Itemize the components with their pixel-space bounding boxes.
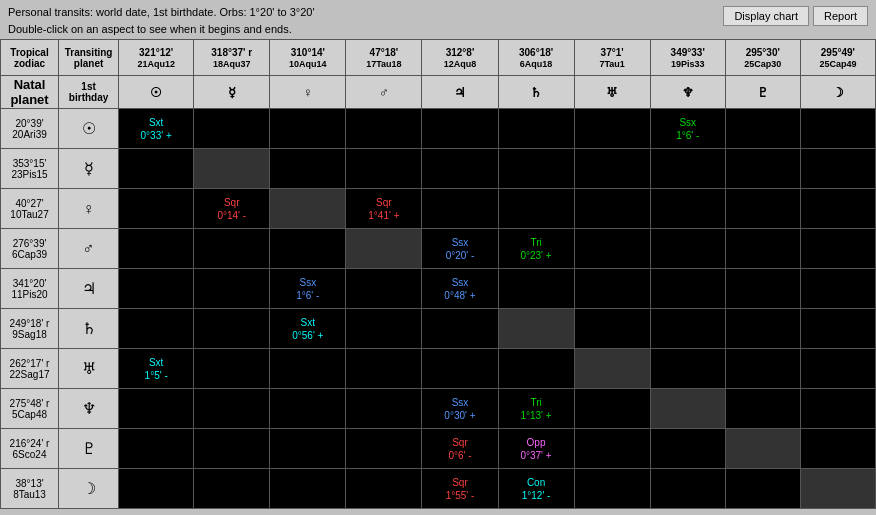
empty-cell-r1-c4 — [422, 149, 498, 189]
aspect-cell-r7-c5[interactable]: Tri1°13' + — [498, 389, 574, 429]
empty-cell-r8-c7 — [650, 429, 725, 469]
aspect-cell-r3-c5[interactable]: Tri0°23' + — [498, 229, 574, 269]
natal-symbol-6: ♅ — [59, 349, 119, 389]
aspect-cell-r6-c0[interactable]: Sxt1°5' - — [119, 349, 194, 389]
table-row: 353°15'23Pis15☿ — [1, 149, 876, 189]
aspect-cell-r8-c5[interactable]: Opp0°37' + — [498, 429, 574, 469]
empty-cell-r5-c3 — [346, 309, 422, 349]
empty-cell-r3-c9 — [800, 229, 875, 269]
empty-cell-r0-c2 — [270, 109, 346, 149]
aspect-cell-r7-c4[interactable]: Ssx0°30' + — [422, 389, 498, 429]
empty-cell-r2-c0 — [119, 189, 194, 229]
empty-cell-r1-c8 — [725, 149, 800, 189]
aspect-cell-r0-c0[interactable]: Sxt0°33' + — [119, 109, 194, 149]
empty-cell-r8-c1 — [194, 429, 270, 469]
col-header-9: 295°49'25Cap49 — [800, 40, 875, 76]
aspect-cell-r4-c4[interactable]: Ssx0°48' + — [422, 269, 498, 309]
empty-cell-r4-c1 — [194, 269, 270, 309]
aspect-cell-r5-c2[interactable]: Sxt0°56' + — [270, 309, 346, 349]
empty-cell-r4-c9 — [800, 269, 875, 309]
empty-cell-r3-c3 — [346, 229, 422, 269]
col-header-1: 318°37' r18Aqu37 — [194, 40, 270, 76]
empty-cell-r0-c8 — [725, 109, 800, 149]
empty-cell-r2-c8 — [725, 189, 800, 229]
aspect-cell-r4-c2[interactable]: Ssx1°6' - — [270, 269, 346, 309]
empty-cell-r0-c9 — [800, 109, 875, 149]
empty-cell-r3-c6 — [574, 229, 650, 269]
empty-cell-r6-c1 — [194, 349, 270, 389]
empty-cell-r3-c1 — [194, 229, 270, 269]
table-row: 38°13'8Tau13☽Sqr1°55' -Con1°12' - — [1, 469, 876, 509]
col-header-4: 312°8'12Aqu8 — [422, 40, 498, 76]
empty-cell-r9-c2 — [270, 469, 346, 509]
natal-symbol-3: ♂ — [59, 229, 119, 269]
aspect-cell-r2-c1[interactable]: Sqr0°14' - — [194, 189, 270, 229]
col-header-8: 295°30'25Cap30 — [725, 40, 800, 76]
natal-degree-4: 341°20'11Pis20 — [1, 269, 59, 309]
natal-degree-7: 275°48' r5Cap48 — [1, 389, 59, 429]
empty-cell-r6-c6 — [574, 349, 650, 389]
transit-symbol-5: ♄ — [498, 76, 574, 109]
aspect-cell-r3-c4[interactable]: Ssx0°20' - — [422, 229, 498, 269]
natal-symbol-1: ☿ — [59, 149, 119, 189]
empty-cell-r7-c7 — [650, 389, 725, 429]
top-buttons: Display chart Report — [723, 4, 868, 26]
aspect-cell-r9-c4[interactable]: Sqr1°55' - — [422, 469, 498, 509]
header-row-symbols: Natalplanet 1stbirthday ☉ ☿ ♀ ♂ ♃ ♄ ♅ ♆ … — [1, 76, 876, 109]
empty-cell-r9-c6 — [574, 469, 650, 509]
empty-cell-r1-c6 — [574, 149, 650, 189]
transit-symbol-4: ♃ — [422, 76, 498, 109]
transit-symbol-7: ♆ — [650, 76, 725, 109]
empty-cell-r0-c4 — [422, 109, 498, 149]
table-row: 275°48' r5Cap48♆Ssx0°30' +Tri1°13' + — [1, 389, 876, 429]
aspect-cell-r0-c7[interactable]: Ssx1°6' - — [650, 109, 725, 149]
transiting-planet-label: Transitingplanet — [59, 40, 119, 76]
empty-cell-r5-c5 — [498, 309, 574, 349]
natal-degree-6: 262°17' r22Sag17 — [1, 349, 59, 389]
empty-cell-r7-c0 — [119, 389, 194, 429]
natal-degree-0: 20°39'20Ari39 — [1, 109, 59, 149]
col-header-7: 349°33'19Pis33 — [650, 40, 725, 76]
report-button[interactable]: Report — [813, 6, 868, 26]
empty-cell-r1-c0 — [119, 149, 194, 189]
empty-cell-r1-c1 — [194, 149, 270, 189]
empty-cell-r3-c8 — [725, 229, 800, 269]
transit-symbol-6: ♅ — [574, 76, 650, 109]
aspect-cell-r9-c5[interactable]: Con1°12' - — [498, 469, 574, 509]
natal-degree-1: 353°15'23Pis15 — [1, 149, 59, 189]
empty-cell-r0-c3 — [346, 109, 422, 149]
col-header-2: 310°14'10Aqu14 — [270, 40, 346, 76]
empty-cell-r2-c5 — [498, 189, 574, 229]
empty-cell-r2-c7 — [650, 189, 725, 229]
empty-cell-r5-c6 — [574, 309, 650, 349]
empty-cell-r2-c4 — [422, 189, 498, 229]
aspect-cell-r8-c4[interactable]: Sqr0°6' - — [422, 429, 498, 469]
empty-cell-r9-c9 — [800, 469, 875, 509]
empty-cell-r0-c5 — [498, 109, 574, 149]
empty-cell-r3-c2 — [270, 229, 346, 269]
aspect-cell-r2-c3[interactable]: Sqr1°41' + — [346, 189, 422, 229]
empty-cell-r4-c8 — [725, 269, 800, 309]
info-line2: Double-click on an aspect to see when it… — [8, 21, 315, 38]
empty-cell-r6-c4 — [422, 349, 498, 389]
empty-cell-r5-c8 — [725, 309, 800, 349]
empty-cell-r6-c2 — [270, 349, 346, 389]
empty-cell-r8-c8 — [725, 429, 800, 469]
transit-symbol-0: ☉ — [119, 76, 194, 109]
display-chart-button[interactable]: Display chart — [723, 6, 809, 26]
header-row-degrees: Tropicalzodiac Transitingplanet 321°12'2… — [1, 40, 876, 76]
empty-cell-r8-c9 — [800, 429, 875, 469]
natal-symbol-2: ♀ — [59, 189, 119, 229]
empty-cell-r9-c0 — [119, 469, 194, 509]
natal-degree-3: 276°39'6Cap39 — [1, 229, 59, 269]
table-row: 249°18' r9Sag18♄Sxt0°56' + — [1, 309, 876, 349]
empty-cell-r7-c8 — [725, 389, 800, 429]
col-header-5: 306°18'6Aqu18 — [498, 40, 574, 76]
transit-symbol-3: ♂ — [346, 76, 422, 109]
empty-cell-r1-c9 — [800, 149, 875, 189]
empty-cell-r6-c8 — [725, 349, 800, 389]
empty-cell-r5-c4 — [422, 309, 498, 349]
col-header-0: 321°12'21Aqu12 — [119, 40, 194, 76]
natal-symbol-9: ☽ — [59, 469, 119, 509]
natal-symbol-4: ♃ — [59, 269, 119, 309]
